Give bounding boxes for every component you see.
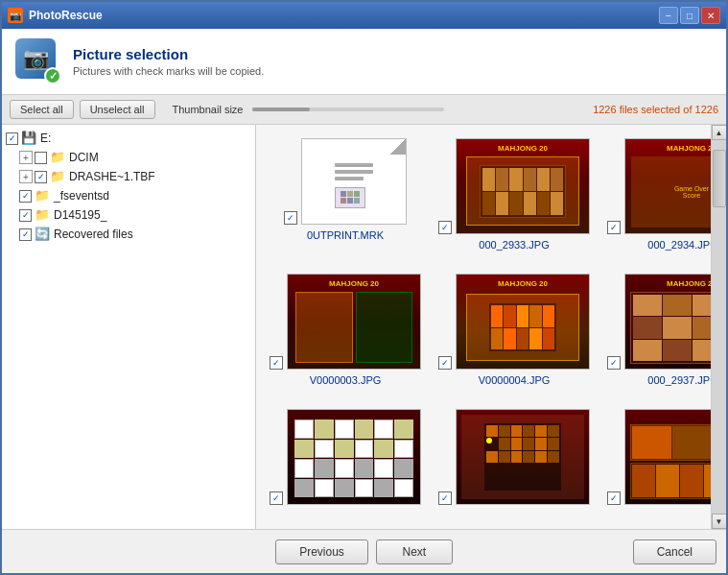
list-item [266,405,425,519]
thumb-wrapper-outprint [284,138,407,225]
thumb-checkbox-outprint[interactable] [284,211,297,225]
mahjong-title-2: MAHJONG 20 [625,144,711,153]
tile [517,328,528,350]
list-item: MAHJONG 20 000_2 [603,270,711,395]
tree-checkbox-drashe[interactable] [35,171,47,183]
tile [524,168,536,191]
mahjong-panel-8b [630,463,711,499]
tree-expander-drashe[interactable]: + [19,170,33,183]
mahjong-content-8 [630,424,711,499]
mahjong-content-5 [630,292,711,364]
tree-expander-dcim[interactable]: + [19,151,33,164]
thumb-checkbox-2934[interactable] [607,221,621,234]
mahjong-text-2: Game OverScore [674,185,709,199]
drive-icon: 💾 [21,131,36,146]
thumb-name-outprint: 0UTPRINT.MRK [307,229,384,241]
sidebar-item-fseventsd[interactable]: 📁 _fseventsd [2,186,255,205]
thumb-wrapper-p9: MAHJONG [607,409,711,505]
mahjong-bg-8: MAHJONG [625,410,711,504]
tile [663,295,692,316]
thumb-name-2937: 000_2937.JPG [647,374,711,386]
mahjong-grid-5 [630,292,711,364]
tile [374,459,393,478]
thumb-name-2933: 000_2933.JPG [479,239,549,251]
tile [394,419,413,439]
tile [511,425,523,437]
tile [704,465,711,497]
tile [632,426,671,459]
thumb-name-v0004: V0000004.JPG [479,374,551,386]
sidebar-item-recovered[interactable]: 🔄 Recovered files [2,225,255,244]
thumbnail-size-slider[interactable] [252,108,444,111]
tile [499,425,510,437]
thumb-checkbox-v0004[interactable] [438,356,452,370]
file-tree-sidebar: 💾 E: + 📁 DCIM + 📁 DRASHE~1.TBF 📁 _ [2,125,256,529]
tree-checkbox-recovered[interactable] [19,228,32,241]
minimize-button[interactable]: − [659,7,678,24]
cancel-button[interactable]: Cancel [633,539,716,564]
main-window: 📷 PhotoRescue − □ ✕ 📷 ✓ Picture selectio… [0,0,728,575]
thumb-checkbox-2933[interactable] [438,221,452,234]
tree-checkbox-fseventsd[interactable] [19,190,32,203]
tile [551,192,563,215]
thumb-image-2934: MAHJONG 20 Game OverScore [624,138,711,234]
tile [548,438,559,449]
header-icon: 📷 ✓ [15,38,61,84]
next-button[interactable]: Next [376,539,453,564]
tile [524,192,536,215]
app-icon: 📷 [8,8,23,23]
tile [535,425,547,437]
grid-cell [341,198,346,204]
mahjong-title-4: MAHJONG 20 [457,279,589,288]
mahjong-panel-8a [630,424,711,461]
previous-button[interactable]: Previous [275,539,368,564]
unselect-all-button[interactable]: Unselect all [80,100,155,119]
thumb-image-p7 [287,409,421,505]
select-all-button[interactable]: Select all [10,100,74,119]
tile [633,295,662,316]
sidebar-item-drashe[interactable]: + 📁 DRASHE~1.TBF [2,167,255,186]
list-item [434,405,594,519]
scroll-down-button[interactable]: ▼ [712,514,727,529]
doc-line [335,177,364,180]
tile [315,479,334,498]
sidebar-item-dcim[interactable]: + 📁 DCIM [2,148,255,167]
thumb-checkbox-p8[interactable] [438,491,452,505]
close-button[interactable]: ✕ [701,7,720,24]
scroll-track[interactable] [712,140,727,514]
scroll-thumb[interactable] [713,150,726,207]
thumb-checkbox-2937[interactable] [607,356,621,370]
tree-checkbox-drive-e[interactable] [6,132,18,145]
thumb-name-v0003: V0000003.JPG [310,374,382,386]
mahjong-title-3: MAHJONG 20 [288,279,420,288]
tile [355,440,374,459]
vertical-scrollbar[interactable]: ▲ ▼ [711,125,726,529]
mahjong-bg-5: MAHJONG 20 [625,275,711,369]
footer: Previous Next Cancel [2,529,726,573]
tile [496,192,508,215]
tile [315,440,334,459]
tree-checkbox-dcim[interactable] [35,152,47,164]
mahjong-bg-7 [457,410,589,504]
files-info: 1226 files selected of 1226 [593,104,718,115]
mahjong-bg-1: MAHJONG 20 [457,139,589,233]
doc-line [335,163,373,167]
sidebar-item-drive-e[interactable]: 💾 E: [2,129,255,148]
sidebar-label-d145195: D145195_ [54,208,106,222]
sidebar-item-d145195[interactable]: 📁 D145195_ [2,205,255,225]
grid-cell [354,198,360,204]
thumb-checkbox-p9[interactable] [607,491,621,505]
maximize-button[interactable]: □ [680,7,699,24]
thumb-checkbox-p7[interactable] [270,491,283,505]
tile [511,451,523,463]
list-item: MAHJONG [603,405,711,519]
scroll-up-button[interactable]: ▲ [712,125,727,140]
tile [537,192,550,215]
panel-3b [356,292,413,363]
tile [633,340,662,361]
tile [535,438,547,449]
tile [335,440,354,459]
mahjong-content-2: Game OverScore [631,156,711,228]
thumb-checkbox-v0003[interactable] [270,356,283,370]
tree-checkbox-d145195[interactable] [19,209,32,222]
